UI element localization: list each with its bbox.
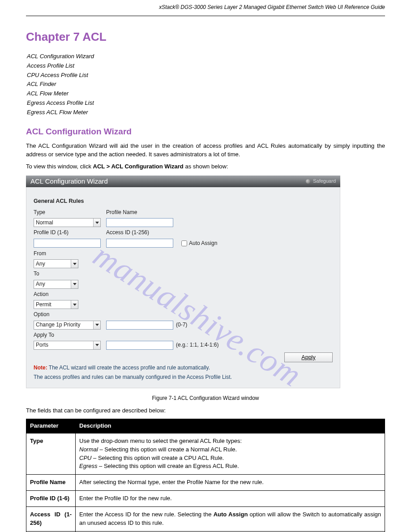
- apply-to-input[interactable]: [106, 341, 173, 350]
- profile-name-label: Profile Name: [106, 208, 178, 217]
- option-hint: (0-7): [176, 321, 187, 329]
- from-label: From: [34, 249, 46, 258]
- apply-to-hint: (e.g.: 1:1, 1:4-1:6): [176, 341, 218, 349]
- param-desc: Enter the Profile ID for the new rule.: [76, 491, 385, 507]
- chevron-down-icon: [71, 300, 78, 309]
- type-select[interactable]: Normal: [34, 218, 101, 227]
- param-name: Profile ID (1-6): [26, 491, 76, 507]
- chevron-down-icon: [93, 219, 100, 227]
- header-rule: [26, 16, 385, 16]
- option-label: Option: [34, 310, 49, 319]
- toc-item: Egress Access Profile List: [27, 99, 94, 106]
- chapter-heading: Chapter 7 ACL: [26, 29, 385, 46]
- table-header-parameter: Parameter: [26, 419, 76, 433]
- nav-instruction: To view this window, click ACL > ACL Con…: [26, 163, 385, 171]
- wizard-title-text: ACL Configuration Wizard: [30, 176, 108, 186]
- wizard-title-bar: ACL Configuration Wizard Safeguard: [26, 176, 340, 187]
- note-text-2: The access profiles and rules can be man…: [34, 374, 232, 380]
- params-intro: The fields that can be configured are de…: [26, 407, 385, 415]
- header-doc-title: xStack® DGS-3000 Series Layer 2 Managed …: [26, 4, 385, 13]
- chevron-down-icon: [93, 321, 100, 329]
- chevron-down-icon: [71, 260, 78, 268]
- param-name: Type: [26, 433, 76, 474]
- option-value-input[interactable]: [106, 321, 173, 330]
- profile-id-label: Profile ID (1-6): [34, 228, 106, 237]
- toc-item: ACL Flow Meter: [27, 90, 68, 97]
- nav-prefix: To view this window, click: [26, 163, 93, 170]
- wizard-screenshot: ACL Configuration Wizard Safeguard Gener…: [26, 176, 340, 388]
- param-desc: Use the drop-down menu to select the gen…: [76, 433, 385, 474]
- to-label: To: [34, 269, 39, 279]
- access-id-label: Access ID (1-256): [106, 228, 178, 237]
- figure-caption: Figure 7-1 ACL Configuration Wizard wind…: [26, 395, 385, 402]
- wizard-section-title: General ACL Rules: [34, 197, 333, 205]
- nav-suffix: as shown below:: [185, 163, 228, 170]
- apply-to-select[interactable]: Ports: [34, 341, 101, 350]
- param-desc: After selecting the Normal type, enter t…: [76, 475, 385, 491]
- toc-item: Egress ACL Flow Meter: [27, 109, 88, 116]
- section-heading: ACL Configuration Wizard: [26, 125, 385, 138]
- table-header-description: Description: [76, 419, 385, 433]
- toc-item: CPU Access Profile List: [27, 72, 88, 78]
- parameter-table: Parameter Description Type Use the drop-…: [26, 419, 385, 532]
- chevron-down-icon: [93, 341, 100, 349]
- to-select[interactable]: Any: [34, 280, 78, 289]
- note-text-1: The ACL wizard will create the access pr…: [49, 365, 210, 371]
- safeguard-icon: [306, 179, 310, 184]
- auto-assign-checkbox[interactable]: [181, 240, 187, 246]
- option-select[interactable]: Change 1p Priority: [34, 321, 101, 330]
- safeguard-indicator: Safeguard: [306, 178, 336, 185]
- type-label: Type: [34, 208, 106, 217]
- auto-assign-label: Auto Assign: [189, 239, 217, 248]
- note-label: Note:: [34, 365, 47, 371]
- profile-id-input[interactable]: [34, 239, 101, 248]
- toc-item: ACL Configuration Wizard: [27, 53, 94, 60]
- profile-name-input[interactable]: [106, 218, 173, 227]
- apply-button[interactable]: Apply: [284, 352, 333, 362]
- chevron-down-icon: [71, 280, 78, 288]
- param-name: Profile Name: [26, 475, 76, 491]
- toc-item: Access Profile List: [27, 62, 74, 69]
- param-name: Access ID (1-256): [26, 506, 76, 531]
- nav-path: ACL > ACL Configuration Wizard: [93, 163, 184, 170]
- table-row: Profile Name After selecting the Normal …: [26, 475, 385, 491]
- action-select[interactable]: Permit: [34, 300, 78, 309]
- table-row: Access ID (1-256) Enter the Access ID fo…: [26, 506, 385, 531]
- apply-to-label: Apply To: [34, 330, 54, 340]
- safeguard-label: Safeguard: [313, 178, 336, 185]
- toc-item: ACL Finder: [27, 81, 56, 87]
- table-row: Type Use the drop-down menu to select th…: [26, 433, 385, 474]
- table-row: Profile ID (1-6) Enter the Profile ID fo…: [26, 491, 385, 507]
- from-select[interactable]: Any: [34, 259, 78, 268]
- param-desc: Enter the Access ID for the new rule. Se…: [76, 506, 385, 531]
- action-label: Action: [34, 290, 48, 299]
- access-id-input[interactable]: [106, 239, 173, 248]
- section-intro-paragraph: The ACL Configuration Wizard will aid th…: [26, 142, 385, 159]
